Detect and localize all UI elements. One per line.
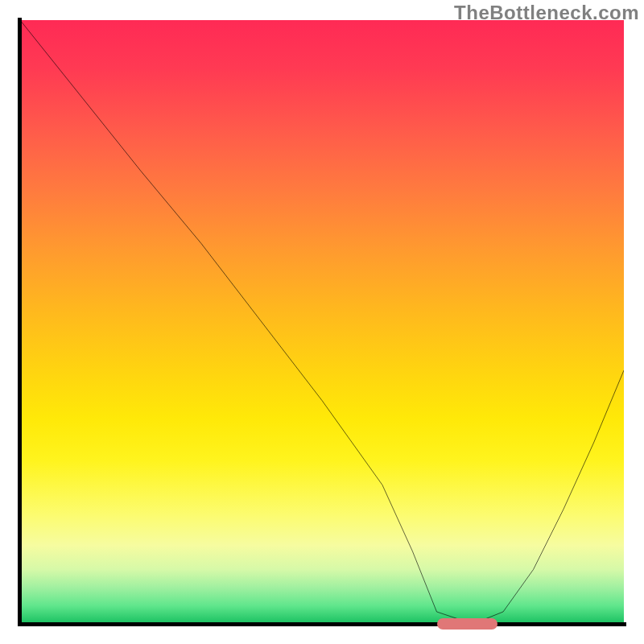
chart-container: TheBottleneck.com (0, 0, 644, 644)
gradient-background (20, 20, 624, 624)
plot-area (20, 20, 624, 624)
watermark-text: TheBottleneck.com (454, 2, 639, 24)
optimal-range-marker (437, 618, 497, 630)
